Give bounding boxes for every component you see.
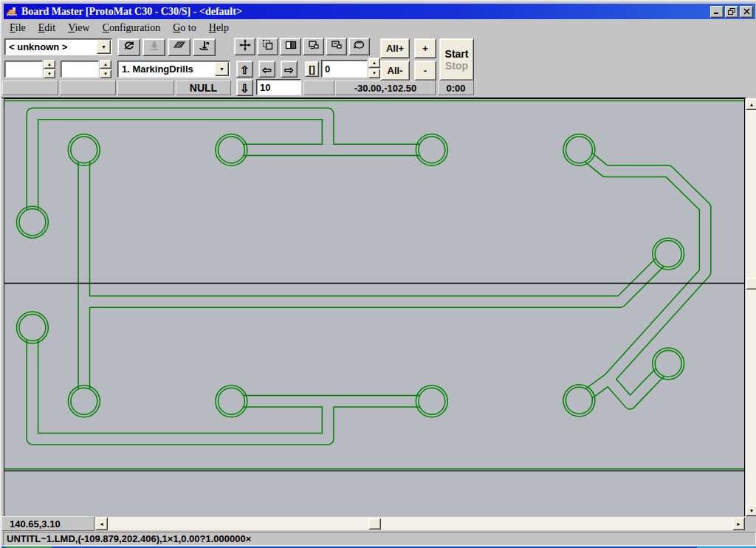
spin-down-icon[interactable]: ▼	[44, 69, 55, 78]
production-phase-combobox[interactable]: 1. MarkingDrills ▼	[117, 61, 230, 78]
milling-area-button[interactable]	[168, 38, 190, 56]
scroll-right-button[interactable]: ►	[732, 517, 745, 530]
bracket-button[interactable]: []	[305, 61, 319, 77]
jog-down-button[interactable]: ⇩	[236, 79, 253, 96]
spin-down-icon[interactable]: ▼	[100, 69, 111, 78]
count-spinner[interactable]: ▲ ▼	[368, 58, 380, 78]
restore-button[interactable]	[725, 6, 738, 18]
horizontal-scrollbar-thumb[interactable]	[368, 518, 381, 530]
move-cross-icon	[238, 38, 252, 52]
scroll-down-button[interactable]: ▼	[746, 504, 756, 516]
x-position-field[interactable]	[4, 61, 43, 78]
y-position-spinner[interactable]: ▲ ▼	[100, 60, 111, 78]
rotate-tool-button[interactable]	[117, 38, 140, 56]
menu-item-help[interactable]: Help	[203, 21, 236, 35]
scrollbar-corner	[745, 516, 756, 531]
panel-step-alt-icon	[330, 38, 343, 52]
production-phase-value: 1. MarkingDrills	[118, 64, 215, 75]
scroll-up-icon: ▲	[749, 102, 755, 107]
close-button[interactable]	[740, 6, 753, 18]
hatched-area-icon	[172, 39, 187, 51]
menu-bar: FileEditViewConfigurationGo toHelp	[4, 20, 755, 35]
spin-up-icon[interactable]: ▲	[368, 58, 380, 68]
title-bar: Board Master [ProtoMat C30 - C30/S] - <d…	[4, 4, 755, 19]
status-cell-2	[60, 81, 116, 95]
head-position-cell: -30.00,-102.50	[335, 81, 436, 95]
elapsed-time-cell: 0:00	[438, 81, 474, 95]
app-icon	[6, 6, 18, 18]
scroll-down-icon: ▼	[749, 508, 755, 513]
horizontal-scrollbar[interactable]	[108, 517, 732, 530]
copy-selection-button[interactable]	[257, 38, 278, 55]
move-button[interactable]	[234, 38, 255, 55]
y-position-field[interactable]	[61, 61, 99, 78]
menu-item-go-to[interactable]: Go to	[167, 21, 203, 35]
vertical-scrollbar-thumb[interactable]	[746, 278, 756, 290]
pcb-layout-drawing	[4, 99, 744, 516]
arrow-down-to-bar-icon	[148, 39, 161, 52]
lower-head-button[interactable]	[142, 38, 165, 56]
scroll-up-button[interactable]: ▲	[746, 98, 756, 110]
cursor-position-box: 140.65,3.10	[1, 516, 94, 531]
chevron-down-icon[interactable]: ▼	[215, 62, 229, 76]
start-stop-button[interactable]: Start Stop	[439, 38, 474, 81]
board-master-window: Board Master [ProtoMat C30 - C30/S] - <d…	[0, 0, 756, 548]
step-repeat-y-button[interactable]	[326, 38, 347, 55]
menu-item-configuration[interactable]: Configuration	[97, 21, 168, 35]
up-arrow-icon: ⇧	[240, 64, 250, 75]
start-label: Start	[445, 48, 469, 60]
dashed-copy-icon	[261, 38, 275, 52]
status-cell-3	[117, 81, 174, 95]
spin-down-icon[interactable]: ▼	[368, 69, 380, 79]
tool-head-combobox-value: < unknown >	[5, 41, 97, 52]
jog-right-button[interactable]: ⇨	[281, 61, 298, 78]
minimize-icon	[713, 8, 721, 15]
status-cell-1	[2, 81, 58, 95]
mirror-rects-icon	[284, 38, 298, 52]
board-view-canvas[interactable]	[4, 98, 745, 516]
tool-exchange-button[interactable]	[193, 38, 216, 56]
menu-item-edit[interactable]: Edit	[32, 21, 62, 35]
scroll-left-button[interactable]: ◄	[95, 517, 108, 530]
spin-up-icon[interactable]: ▲	[100, 60, 111, 69]
step-repeat-x-button[interactable]	[303, 38, 324, 55]
panel-step-icon	[307, 38, 320, 52]
minus-button[interactable]: -	[414, 61, 436, 81]
step-size-field[interactable]: 10	[256, 79, 301, 95]
status-cell-4	[303, 81, 334, 95]
chevron-down-icon[interactable]: ▼	[97, 40, 111, 54]
window-title: Board Master [ProtoMat C30 - C30/S] - <d…	[21, 6, 709, 18]
tool-status-cell: NULL	[176, 81, 231, 95]
all-plus-button[interactable]: All+	[380, 38, 410, 58]
plus-button[interactable]: +	[414, 38, 436, 58]
jog-up-button[interactable]: ⇧	[236, 61, 253, 78]
x-position-spinner[interactable]: ▲ ▼	[44, 60, 55, 78]
down-arrow-icon: ⇩	[240, 83, 250, 94]
minimize-button[interactable]	[710, 6, 724, 18]
scroll-left-icon: ◄	[99, 521, 104, 527]
restore-icon	[728, 8, 735, 15]
tool-head-combobox[interactable]: < unknown > ▼	[4, 38, 112, 55]
left-arrow-icon: ⇦	[262, 64, 272, 75]
jog-left-button[interactable]: ⇦	[258, 61, 275, 78]
menu-item-file[interactable]: File	[4, 21, 32, 35]
rotate-slash-icon	[123, 39, 136, 52]
close-icon	[743, 8, 750, 15]
vertical-scrollbar[interactable]: ▲ ▼	[746, 98, 756, 516]
all-minus-button[interactable]: All-	[380, 61, 410, 81]
right-arrow-icon: ⇨	[284, 64, 294, 75]
count-field[interactable]: 0	[321, 60, 368, 78]
spin-up-icon[interactable]: ▲	[44, 60, 55, 69]
tool-drop-icon	[198, 39, 211, 52]
magnifier-icon	[352, 38, 367, 52]
stop-label: Stop	[445, 60, 468, 72]
scroll-right-icon: ►	[736, 521, 741, 527]
zoom-button[interactable]	[348, 38, 370, 55]
menu-item-view[interactable]: View	[62, 21, 97, 35]
mirror-button[interactable]	[280, 38, 301, 55]
status-bar: UNTITL~1.LMD,(-109.879,202.406),1×1,0.00…	[3, 532, 756, 546]
